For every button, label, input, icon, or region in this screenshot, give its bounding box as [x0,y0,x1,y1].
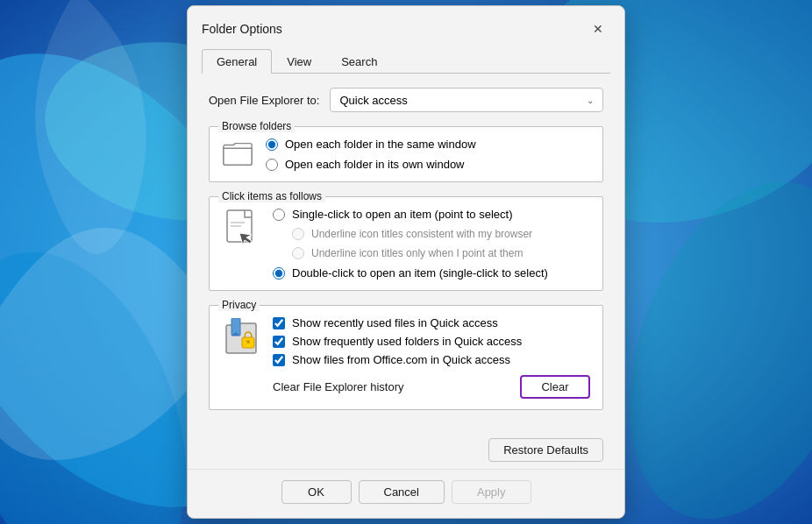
click-items-section: Click items as follows [209,196,603,291]
privacy-svg-icon [224,318,258,360]
frequent-folders-input[interactable] [273,336,285,348]
browse-folders-section: Browse folders Open each folder in the s… [209,126,603,182]
office-files-label: Show files from Office.com in Quick acce… [292,353,510,366]
dialog-title: Folder Options [202,22,282,36]
recent-files-label: Show recently used files in Quick access [292,316,498,329]
browse-folders-label: Browse folders [218,120,295,132]
same-window-radio[interactable] [266,138,278,151]
close-button[interactable]: ✕ [586,17,610,41]
restore-row: Restore Defaults [188,438,624,462]
underline-point-option[interactable]: Underline icon titles only when I point … [292,247,548,259]
frequent-folders-label: Show frequently used folders in Quick ac… [292,335,522,348]
apply-button: Apply [452,480,531,504]
single-click-option[interactable]: Single-click to open an item (point to s… [273,208,548,221]
same-window-label: Open each folder in the same window [285,138,476,151]
tab-view[interactable]: View [272,49,326,74]
dialog-titlebar: Folder Options ✕ [188,6,624,41]
underline-point-radio [292,247,304,259]
dialog-overlay: Folder Options ✕ General View Search Ope… [0,0,812,524]
cursor-svg-icon [224,209,259,252]
content-area: Open File Explorer to: Quick access ⌄ Br… [188,74,624,438]
own-window-label: Open each folder in its own window [285,158,465,171]
folder-icon [222,138,253,169]
office-files-checkbox[interactable]: Show files from Office.com in Quick acce… [273,353,590,366]
browse-folders-body: Open each folder in the same window Open… [222,138,590,171]
privacy-icon [222,316,260,362]
svg-point-13 [246,340,250,343]
recent-files-input[interactable] [273,317,285,329]
underline-browser-option[interactable]: Underline icon titles consistent with my… [292,228,548,240]
chevron-down-icon: ⌄ [587,96,594,105]
open-explorer-label: Open File Explorer to: [209,94,319,107]
same-window-option[interactable]: Open each folder in the same window [266,138,476,151]
underline-browser-radio [292,228,304,240]
double-click-label: Double-click to open an item (single-cli… [292,266,548,280]
double-click-option[interactable]: Double-click to open an item (single-cli… [273,266,548,280]
folder-svg-icon [222,139,253,167]
single-click-radio[interactable] [273,209,285,221]
ok-button[interactable]: OK [281,480,352,504]
restore-defaults-button[interactable]: Restore Defaults [488,438,603,462]
privacy-section: Privacy [209,305,603,410]
privacy-label: Privacy [218,299,260,311]
privacy-body: Show recently used files in Quick access… [222,316,590,399]
cancel-button[interactable]: Cancel [359,480,445,504]
open-explorer-row: Open File Explorer to: Quick access ⌄ [209,88,603,112]
own-window-radio[interactable] [266,159,278,171]
click-items-radio-group: Single-click to open an item (point to s… [273,208,548,280]
folder-options-dialog: Folder Options ✕ General View Search Ope… [187,5,625,519]
tab-general[interactable]: General [202,49,272,74]
dropdown-value: Quick access [339,94,407,107]
browse-folders-radio-group: Open each folder in the same window Open… [266,138,476,171]
frequent-folders-checkbox[interactable]: Show frequently used folders in Quick ac… [273,335,590,348]
tab-search[interactable]: Search [326,49,392,74]
underline-point-label: Underline icon titles only when I point … [311,247,523,259]
bottom-buttons: OK Cancel Apply [188,469,624,518]
recent-files-checkbox[interactable]: Show recently used files in Quick access [273,316,590,329]
clear-button[interactable]: Clear [520,375,590,399]
office-files-input[interactable] [273,354,285,366]
click-items-label: Click items as follows [218,190,325,202]
clear-history-row: Clear File Explorer history Clear [273,375,590,399]
svg-marker-9 [239,233,252,245]
single-click-label: Single-click to open an item (point to s… [292,208,512,221]
tabs-container: General View Search [202,48,610,74]
clear-history-label: Clear File Explorer history [273,380,404,393]
own-window-option[interactable]: Open each folder in its own window [266,158,476,171]
double-click-radio[interactable] [273,267,285,280]
click-items-body: Single-click to open an item (point to s… [222,208,590,280]
privacy-options: Show recently used files in Quick access… [273,316,590,399]
underline-browser-label: Underline icon titles consistent with my… [311,228,532,240]
cursor-icon [222,208,260,253]
open-explorer-dropdown[interactable]: Quick access ⌄ [330,88,603,112]
